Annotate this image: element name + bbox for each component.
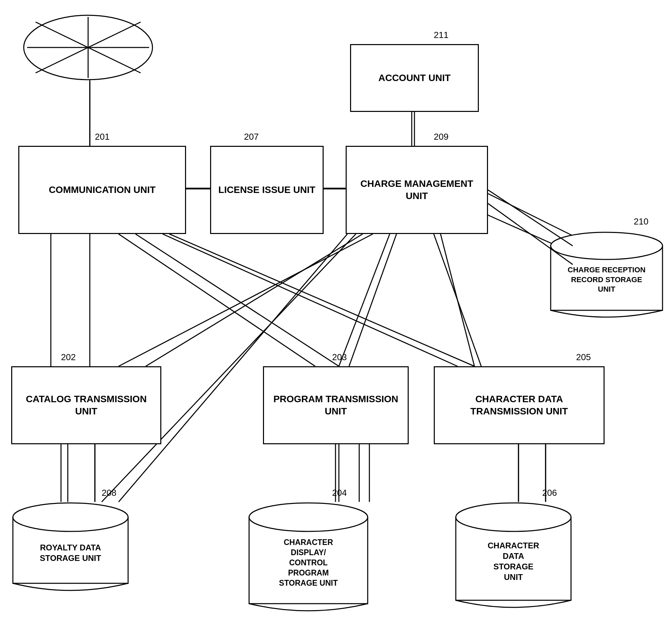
royalty-data-storage-cylinder: ROYALTY DATASTORAGE UNIT [11, 502, 130, 593]
svg-point-27 [13, 503, 128, 531]
character-data-storage-cylinder: CHARACTERDATASTORAGEUNIT [454, 502, 573, 610]
program-transmission-unit-label: PROGRAM TRANSMISSION UNIT [267, 393, 404, 418]
character-data-transmission-unit-box: CHARACTER DATA TRANSMISSION UNIT [434, 366, 605, 444]
label-204: 204 [332, 488, 347, 498]
svg-line-9 [119, 234, 373, 366]
diagram-container: COMMUNICATION UNIT 201 LICENSE ISSUE UNI… [0, 0, 672, 624]
label-203: 203 [332, 352, 347, 363]
character-display-storage-label: CHARACTERDISPLAY/CONTROLPROGRAMSTORAGE U… [274, 531, 343, 591]
catalog-transmission-unit-label: CATALOG TRANSMISSION UNIT [16, 393, 157, 418]
svg-line-42 [349, 234, 396, 366]
svg-line-10 [339, 234, 390, 366]
satellite-icon [20, 14, 156, 81]
communication-unit-box: COMMUNICATION UNIT [18, 146, 186, 234]
svg-point-29 [249, 503, 368, 531]
svg-line-7 [136, 234, 339, 366]
label-205: 205 [576, 352, 591, 363]
charge-management-unit-box: CHARGE MANAGEMENT UNIT [346, 146, 488, 234]
svg-point-31 [456, 503, 571, 531]
charge-management-unit-label: CHARGE MANAGEMENT UNIT [350, 178, 484, 202]
svg-line-41 [146, 234, 363, 366]
svg-line-40 [163, 234, 457, 366]
label-207: 207 [244, 132, 259, 142]
label-210: 210 [634, 216, 648, 227]
license-issue-unit-box: LICENSE ISSUE UNIT [210, 146, 324, 234]
character-data-storage-label: CHARACTERDATASTORAGEUNIT [483, 533, 544, 586]
charge-reception-storage-cylinder: CHARGE RECEPTIONRECORD STORAGEUNIT [549, 231, 664, 319]
label-209: 209 [434, 132, 448, 142]
svg-line-4 [477, 188, 576, 237]
character-display-storage-cylinder: CHARACTERDISPLAY/CONTROLPROGRAMSTORAGE U… [247, 502, 369, 614]
license-issue-unit-label: LICENSE ISSUE UNIT [218, 184, 315, 196]
svg-point-25 [551, 232, 663, 259]
catalog-transmission-unit-box: CATALOG TRANSMISSION UNIT [11, 366, 161, 444]
svg-line-43 [434, 234, 481, 366]
royalty-data-storage-label: ROYALTY DATASTORAGE UNIT [35, 535, 106, 567]
account-unit-box: ACCOUNT UNIT [350, 44, 479, 112]
account-unit-label: ACCOUNT UNIT [378, 72, 450, 84]
charge-reception-storage-label: CHARGE RECEPTIONRECORD STORAGEUNIT [563, 258, 651, 298]
svg-line-39 [119, 234, 315, 366]
svg-line-8 [169, 234, 474, 366]
label-206: 206 [542, 488, 557, 498]
communication-unit-label: COMMUNICATION UNIT [49, 184, 156, 196]
label-201: 201 [95, 132, 109, 142]
character-data-transmission-unit-label: CHARACTER DATA TRANSMISSION UNIT [438, 393, 600, 418]
program-transmission-unit-box: PROGRAM TRANSMISSION UNIT [263, 366, 409, 444]
svg-line-11 [441, 234, 474, 366]
label-202: 202 [61, 352, 76, 363]
label-208: 208 [102, 488, 116, 498]
label-211: 211 [434, 30, 448, 40]
